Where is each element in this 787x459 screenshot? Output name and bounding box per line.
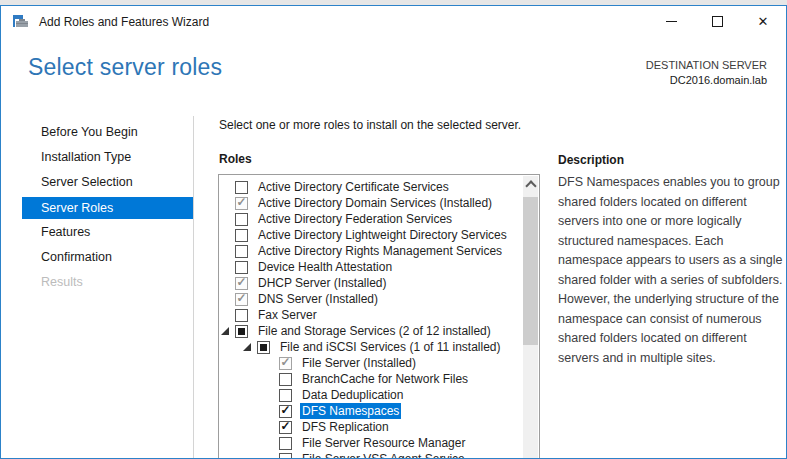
sidebar-item-server-roles[interactable]: Server Roles [22, 197, 193, 219]
role-row[interactable]: Active Directory Lightweight Directory S… [219, 227, 523, 243]
title-bar[interactable]: Add Roles and Features Wizard ✕ [1, 6, 786, 37]
role-label[interactable]: Active Directory Federation Services [256, 211, 454, 227]
destination-server-name: DC2016.domain.lab [646, 73, 767, 88]
sidebar-item-server-selection[interactable]: Server Selection [1, 170, 193, 195]
role-row[interactable]: File and Storage Services (2 of 12 insta… [219, 323, 523, 339]
role-checkbox[interactable] [235, 309, 248, 322]
role-row[interactable]: File and iSCSI Services (1 of 11 install… [219, 339, 523, 355]
role-label[interactable]: File and iSCSI Services (1 of 11 install… [278, 339, 503, 355]
role-checkbox[interactable] [235, 325, 248, 338]
role-label[interactable]: DNS Server (Installed) [256, 291, 380, 307]
role-label[interactable]: File Server (Installed) [300, 355, 418, 371]
role-label[interactable]: Active Directory Domain Services (Instal… [256, 195, 494, 211]
role-checkbox[interactable] [279, 373, 292, 386]
role-label[interactable]: DFS Replication [300, 419, 391, 435]
role-row[interactable]: DNS Server (Installed) [219, 291, 523, 307]
role-label[interactable]: DFS Namespaces [300, 403, 401, 419]
role-row[interactable]: File Server VSS Agent Service [219, 451, 523, 459]
minimize-icon [666, 21, 677, 22]
page-title: Select server roles [28, 54, 222, 81]
role-checkbox[interactable] [279, 421, 292, 434]
role-checkbox[interactable] [235, 213, 248, 226]
role-label[interactable]: DHCP Server (Installed) [256, 275, 388, 291]
role-checkbox[interactable] [235, 197, 248, 210]
sidebar-item-confirmation[interactable]: Confirmation [1, 245, 193, 270]
maximize-button[interactable] [694, 6, 740, 37]
role-row[interactable]: Active Directory Rights Management Servi… [219, 243, 523, 259]
role-row[interactable]: Active Directory Federation Services [219, 211, 523, 227]
role-checkbox[interactable] [279, 389, 292, 402]
roles-scrollbar[interactable] [523, 176, 538, 459]
sidebar-item-installation-type[interactable]: Installation Type [1, 145, 193, 170]
expand-triangle-icon[interactable] [243, 343, 251, 351]
scrollbar-thumb[interactable] [523, 197, 538, 345]
role-checkbox[interactable] [235, 181, 248, 194]
sidebar-item-before-you-begin[interactable]: Before You Begin [1, 120, 193, 145]
role-row[interactable]: Fax Server [219, 307, 523, 323]
role-checkbox[interactable] [279, 357, 292, 370]
role-row[interactable]: Device Health Attestation [219, 259, 523, 275]
roles-listbox[interactable]: Active Directory Certificate Services Ac… [218, 174, 540, 459]
scrollbar-up-button[interactable] [523, 176, 538, 192]
role-row[interactable]: File Server Resource Manager [219, 435, 523, 451]
minimize-button[interactable] [648, 6, 694, 37]
role-label[interactable]: Active Directory Rights Management Servi… [256, 243, 504, 259]
destination-server-block: DESTINATION SERVER DC2016.domain.lab [646, 58, 767, 88]
role-row[interactable]: DHCP Server (Installed) [219, 275, 523, 291]
chevron-up-icon [525, 180, 536, 191]
maximize-icon [712, 16, 723, 27]
roles-rows-container: Active Directory Certificate Services Ac… [219, 179, 523, 459]
role-label[interactable]: File Server Resource Manager [300, 435, 467, 451]
role-label[interactable]: Data Deduplication [300, 387, 405, 403]
role-checkbox[interactable] [235, 229, 248, 242]
close-icon: ✕ [758, 14, 769, 29]
role-row[interactable]: File Server (Installed) [219, 355, 523, 371]
description-heading: Description [558, 153, 624, 167]
window-title: Add Roles and Features Wizard [39, 15, 209, 29]
role-label[interactable]: File and Storage Services (2 of 12 insta… [256, 323, 493, 339]
expand-triangle-icon[interactable] [221, 327, 229, 335]
sidebar-item-results[interactable]: Results [1, 270, 193, 295]
role-checkbox[interactable] [279, 405, 292, 418]
close-button[interactable]: ✕ [740, 6, 786, 37]
role-checkbox[interactable] [257, 341, 270, 354]
role-row[interactable]: Active Directory Domain Services (Instal… [219, 195, 523, 211]
role-row[interactable]: DFS Replication [219, 419, 523, 435]
instruction-text: Select one or more roles to install on t… [219, 118, 521, 132]
role-row[interactable]: BranchCache for Network Files [219, 371, 523, 387]
role-label[interactable]: File Server VSS Agent Service [300, 451, 467, 459]
role-checkbox[interactable] [279, 437, 292, 450]
role-checkbox[interactable] [235, 277, 248, 290]
role-label[interactable]: Active Directory Lightweight Directory S… [256, 227, 509, 243]
wizard-window: Add Roles and Features Wizard ✕ Select s… [0, 5, 787, 459]
role-label[interactable]: Active Directory Certificate Services [256, 179, 451, 195]
roles-list-heading: Roles [219, 152, 252, 166]
description-text: DFS Namespaces enables you to group shar… [558, 173, 784, 368]
role-row[interactable]: Data Deduplication [219, 387, 523, 403]
role-checkbox[interactable] [279, 453, 292, 459]
sidebar-item-features[interactable]: Features [1, 220, 193, 245]
window-controls: ✕ [648, 6, 786, 37]
role-label[interactable]: Fax Server [256, 307, 319, 323]
wizard-steps-nav: Before You BeginInstallation TypeServer … [1, 116, 194, 459]
destination-server-label: DESTINATION SERVER [646, 58, 767, 73]
role-row[interactable]: Active Directory Certificate Services [219, 179, 523, 195]
role-checkbox[interactable] [235, 293, 248, 306]
role-row[interactable]: DFS Namespaces [219, 403, 523, 419]
role-checkbox[interactable] [235, 245, 248, 258]
roles-wizard-toolbox-icon [13, 13, 29, 29]
role-label[interactable]: BranchCache for Network Files [300, 371, 470, 387]
role-checkbox[interactable] [235, 261, 248, 274]
role-label[interactable]: Device Health Attestation [256, 259, 394, 275]
